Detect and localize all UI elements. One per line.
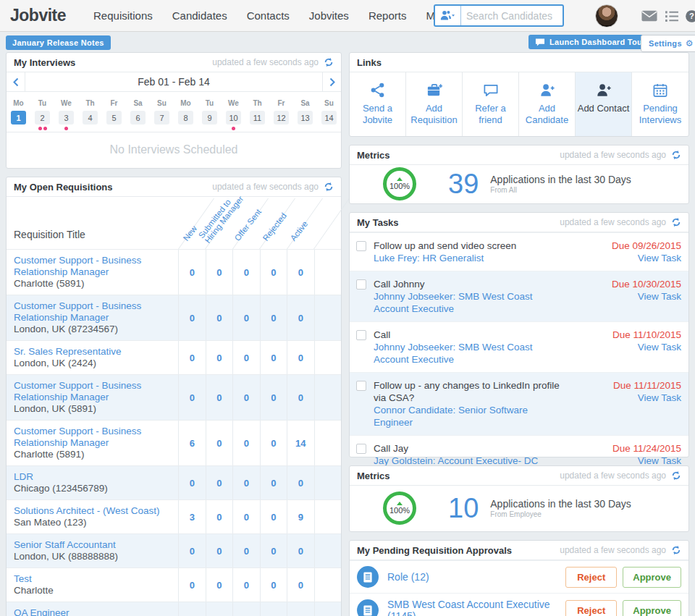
req-count-new[interactable]: 0 bbox=[178, 534, 206, 568]
search-input[interactable] bbox=[461, 10, 563, 22]
calendar-day[interactable]: Tu2 bbox=[30, 97, 54, 132]
req-count-offer[interactable]: 0 bbox=[232, 466, 260, 499]
req-count-offer[interactable]: 0 bbox=[232, 500, 260, 533]
search-scope-selector[interactable] bbox=[435, 6, 461, 25]
link-send-jobvite[interactable]: Send a Jobvite bbox=[350, 72, 406, 136]
req-count-submitted[interactable]: 0 bbox=[206, 466, 233, 499]
calendar-day[interactable]: Mo1 bbox=[7, 97, 30, 132]
release-notes-button[interactable]: January Release Notes bbox=[6, 35, 111, 50]
nav-item-contacts[interactable]: Contacts bbox=[247, 9, 290, 22]
req-count-offer[interactable]: 0 bbox=[232, 295, 260, 340]
view-task-link[interactable]: View Task bbox=[576, 341, 681, 353]
req-count-active[interactable]: 0 bbox=[287, 341, 314, 374]
link-pending-interviews[interactable]: Pending Interviews bbox=[632, 72, 688, 136]
messages-icon[interactable] bbox=[641, 10, 657, 22]
req-count-rejected[interactable]: 0 bbox=[260, 568, 287, 602]
task-checkbox[interactable] bbox=[356, 330, 366, 340]
req-count-rejected[interactable]: 0 bbox=[260, 500, 287, 533]
req-count-new[interactable]: 0 bbox=[178, 568, 206, 602]
req-count-rejected[interactable]: 1 bbox=[260, 602, 287, 616]
requisition-link[interactable]: Customer Support - Business Relationship… bbox=[14, 300, 141, 323]
calendar-day[interactable]: Th11 bbox=[245, 97, 269, 132]
req-count-submitted[interactable]: 0 bbox=[206, 568, 233, 602]
task-candidate-link[interactable]: Johnny Jobseeker: SMB West Coast Account… bbox=[374, 341, 569, 366]
approval-requisition-link[interactable]: Role (12) bbox=[387, 571, 429, 583]
launch-tour-button[interactable]: Launch Dashboard Tour bbox=[528, 35, 652, 49]
req-count-active[interactable]: 0 bbox=[287, 295, 314, 340]
req-count-offer[interactable]: 0 bbox=[232, 250, 260, 295]
task-checkbox[interactable] bbox=[356, 241, 366, 251]
link-add-candidate[interactable]: Add Candidate bbox=[519, 72, 576, 136]
req-count-offer[interactable]: 0 bbox=[232, 534, 260, 568]
task-checkbox[interactable] bbox=[356, 444, 366, 454]
req-count-active[interactable]: 11 bbox=[287, 602, 314, 616]
help-icon[interactable]: ? bbox=[685, 9, 695, 23]
req-count-rejected[interactable]: 0 bbox=[260, 295, 287, 340]
calendar-day[interactable]: Fr12 bbox=[269, 97, 293, 132]
req-count-active[interactable]: 0 bbox=[287, 568, 314, 602]
req-count-offer[interactable]: 0 bbox=[232, 341, 260, 374]
calendar-day[interactable]: We3 bbox=[54, 97, 78, 132]
link-add-requisition[interactable]: Add Requisition bbox=[406, 72, 463, 136]
req-count-rejected[interactable]: 0 bbox=[260, 466, 287, 499]
req-count-offer[interactable]: 0 bbox=[232, 568, 260, 602]
requisition-link[interactable]: Customer Support - Business Relationship… bbox=[14, 380, 141, 402]
calendar-prev-button[interactable] bbox=[7, 72, 25, 91]
requisition-link[interactable]: Customer Support - Business Relationship… bbox=[14, 255, 141, 277]
task-checkbox[interactable] bbox=[356, 381, 366, 391]
jobvite-logo[interactable]: Jobvite bbox=[10, 6, 66, 25]
calendar-day[interactable]: Sa13 bbox=[293, 97, 317, 132]
req-count-new[interactable]: 0 bbox=[178, 250, 206, 295]
task-checkbox[interactable] bbox=[356, 279, 366, 290]
link-refer-friend[interactable]: Refer a friend bbox=[463, 72, 519, 136]
req-count-submitted[interactable]: 1 bbox=[206, 602, 233, 616]
calendar-day[interactable]: Mo8 bbox=[174, 97, 198, 132]
task-candidate-link[interactable]: Luke Frey: HR Generalist bbox=[374, 252, 569, 264]
requisition-link[interactable]: Senior Staff Accountant bbox=[14, 539, 116, 550]
task-candidate-link[interactable]: Johnny Jobseeker: SMB West Coast Account… bbox=[374, 290, 569, 315]
settings-button[interactable]: Settings ⚙ bbox=[641, 35, 695, 52]
req-count-new[interactable]: 3 bbox=[178, 500, 206, 533]
req-count-submitted[interactable]: 0 bbox=[206, 500, 233, 533]
req-count-rejected[interactable]: 0 bbox=[260, 341, 287, 374]
nav-item-jobvites[interactable]: Jobvites bbox=[309, 9, 349, 22]
nav-item-requisitions[interactable]: Requisitions bbox=[93, 9, 153, 22]
req-count-active[interactable]: 14 bbox=[287, 421, 314, 465]
calendar-day[interactable]: Su7 bbox=[150, 97, 174, 132]
refresh-icon[interactable] bbox=[324, 57, 334, 67]
refresh-icon[interactable] bbox=[671, 217, 681, 227]
requisition-link[interactable]: Customer Support - Business Relationship… bbox=[14, 426, 141, 448]
refresh-icon[interactable] bbox=[671, 545, 681, 555]
req-count-active[interactable]: 0 bbox=[287, 250, 314, 295]
req-count-submitted[interactable]: 0 bbox=[206, 295, 233, 340]
view-task-link[interactable]: View Task bbox=[576, 252, 681, 264]
refresh-icon[interactable] bbox=[671, 150, 681, 160]
req-count-active[interactable]: 9 bbox=[287, 500, 314, 533]
task-list-icon[interactable] bbox=[665, 10, 679, 22]
nav-item-candidates[interactable]: Candidates bbox=[172, 9, 227, 22]
req-count-active[interactable]: 0 bbox=[287, 534, 314, 568]
approve-button[interactable]: Approve bbox=[623, 567, 681, 588]
calendar-day[interactable]: Th4 bbox=[78, 97, 102, 132]
calendar-next-button[interactable] bbox=[322, 72, 341, 91]
refresh-icon[interactable] bbox=[324, 182, 334, 192]
req-count-new[interactable]: 0 bbox=[178, 375, 206, 420]
req-count-rejected[interactable]: 0 bbox=[260, 375, 287, 420]
calendar-day[interactable]: Fr5 bbox=[102, 97, 126, 132]
requisition-link[interactable]: Sr. Sales Representative bbox=[14, 346, 122, 357]
req-count-rejected[interactable]: 0 bbox=[260, 534, 287, 568]
approval-requisition-link[interactable]: SMB West Coast Account Executive (1145) bbox=[387, 599, 557, 616]
req-count-submitted[interactable]: 0 bbox=[206, 421, 233, 465]
calendar-day[interactable]: We10 bbox=[222, 97, 245, 132]
view-task-link[interactable]: View Task bbox=[576, 392, 681, 404]
reject-button[interactable]: Reject bbox=[565, 600, 617, 616]
calendar-day[interactable]: Sa6 bbox=[126, 97, 150, 132]
req-count-submitted[interactable]: 0 bbox=[206, 375, 233, 420]
requisition-link[interactable]: Test bbox=[14, 573, 32, 584]
req-count-offer[interactable]: 0 bbox=[232, 421, 260, 465]
req-count-new[interactable]: 0 bbox=[178, 341, 206, 374]
req-count-rejected[interactable]: 0 bbox=[260, 250, 287, 295]
requisition-link[interactable]: QA Engineer bbox=[14, 607, 70, 616]
requisition-link[interactable]: Solutions Architect - (West Coast) bbox=[14, 505, 160, 516]
user-avatar[interactable] bbox=[595, 4, 618, 28]
